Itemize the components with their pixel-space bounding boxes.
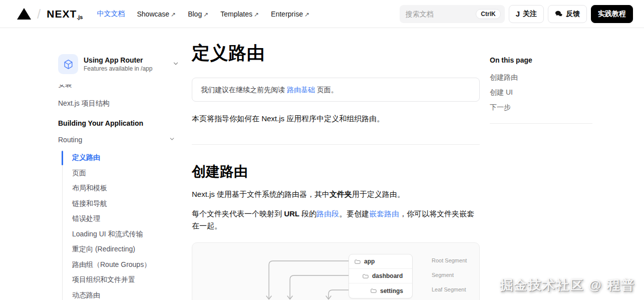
sidebar-item-loading-streaming: Loading UI 和流式传输 [72, 227, 181, 242]
sidebar-section-heading: Building Your Application [58, 119, 181, 127]
follow-button[interactable]: J 关注 [509, 5, 544, 23]
external-link-icon: ↗ [171, 11, 176, 18]
toc-list: 创建路由 创建 UI 下一步 [490, 72, 595, 112]
external-link-icon: ↗ [254, 11, 259, 18]
sidebar-group-routing[interactable]: Routing [58, 136, 181, 144]
sidebar-item-dynamic-routes: 动态路由 [72, 288, 181, 300]
intro-paragraph: 本页将指导你如何在 Next.js 应用程序中定义和组织路由。 [192, 113, 480, 125]
sidebar-item-redirecting: 重定向 (Redirecting) [72, 242, 181, 257]
sidebar-item-project-organization: 项目组织和文件并置 [72, 272, 181, 288]
nextjs-docs-page: / NEXT.js 中文文档 Showcase↗ Blog↗ Templates… [0, 0, 644, 300]
routing-fundamentals-link[interactable]: 路由基础 [287, 86, 315, 94]
routing-sub-list: 定义路由 页面 布局和模板 链接和导航 错误处理 Loading UI 和流式传… [62, 150, 181, 300]
slash-divider: / [37, 8, 41, 21]
toc-title: On this page [490, 56, 595, 64]
sidebar-item-route-groups: 路由组（Route Groups） [72, 257, 181, 273]
segment-label-root: Root Segment [432, 257, 467, 263]
folder-row-app: app [349, 254, 412, 269]
sidebar-item-project-structure[interactable]: Next.js 项目结构 [58, 99, 181, 108]
nextjs-wordmark: NEXT.js [47, 8, 83, 20]
nav-link-docs[interactable]: 中文文档 [97, 10, 125, 19]
feedback-button[interactable]: 反馈 [548, 5, 587, 23]
sidebar: Using App Router Features available in /… [58, 54, 181, 300]
folder-icon [371, 288, 377, 293]
route-segment-link[interactable]: 路由段 [316, 209, 339, 218]
nav-link-templates[interactable]: Templates↗ [220, 10, 259, 18]
paragraph-filesystem-router: Next.js 使用基于文件系统的路由器，其中文件夹用于定义路由。 [192, 188, 480, 200]
keyboard-shortcut-badge: CtrlK [476, 9, 500, 19]
sidebar-item-layouts-templates: 布局和模板 [72, 181, 181, 196]
folder-icon [355, 259, 361, 264]
nav-link-blog[interactable]: Blog↗ [188, 10, 208, 18]
sidebar-item-linking-navigating: 链接和导航 [72, 196, 181, 212]
chevron-down-icon [169, 136, 175, 144]
segment-label-leaf: Leaf Segment [432, 286, 466, 292]
route-segments-diagram: app dashboard settings Root Segment Segm… [192, 242, 480, 300]
external-link-icon: ↗ [203, 11, 208, 18]
header-nav: 中文文档 Showcase↗ Blog↗ Templates↗ Enterpri… [97, 10, 309, 19]
section-divider [192, 144, 480, 145]
toc-divider [490, 123, 592, 124]
chevron-down-icon [172, 60, 179, 69]
paragraph-route-segments: 每个文件夹代表一个映射到 URL 段的路由段。要创建嵌套路由，你可以将文件夹嵌套… [192, 208, 480, 232]
toc-item-create-ui: 创建 UI [490, 87, 595, 97]
header-actions: CtrlK J 关注 反馈 实践教程 [400, 5, 633, 23]
search-box[interactable]: CtrlK [400, 5, 505, 23]
folder-row-dashboard: dashboard [349, 269, 412, 283]
watermark: 掘金技术社区 @ 程普 [500, 276, 635, 294]
sidebar-item-error-handling: 错误处理 [72, 211, 181, 227]
folder-tree-card: app dashboard settings [349, 254, 413, 298]
section-heading-create-routes: 创建路由 [192, 163, 480, 181]
sidebar-item-pages: 页面 [72, 166, 181, 181]
page-title: 定义路由 [192, 42, 480, 64]
router-version-switcher[interactable]: Using App Router Features available in /… [58, 54, 181, 74]
folder-icon [363, 273, 369, 279]
triangle-logo-icon [17, 8, 31, 20]
tutorial-cta-button[interactable]: 实践教程 [591, 5, 633, 23]
nav-link-enterprise[interactable]: Enterprise↗ [271, 10, 309, 18]
cube-icon [58, 54, 78, 74]
sidebar-item-install-clipped[interactable]: 安装 [58, 85, 181, 91]
toc-item-next-steps: 下一步 [490, 102, 595, 112]
nav-link-showcase[interactable]: Showcase↗ [137, 10, 176, 18]
nested-routes-link[interactable]: 嵌套路由 [369, 209, 399, 218]
recommendation-callout: 我们建议在继续之前先阅读 路由基础 页面。 [192, 78, 480, 102]
folder-row-settings: settings [349, 283, 412, 298]
main-content: 定义路由 我们建议在继续之前先阅读 路由基础 页面。 本页将指导你如何在 Nex… [192, 42, 480, 300]
juejin-icon: J [516, 10, 520, 18]
switcher-title: Using App Router [84, 56, 152, 65]
header: / NEXT.js 中文文档 Showcase↗ Blog↗ Templates… [0, 0, 644, 28]
toc-item-create-routes: 创建路由 [490, 72, 595, 82]
feedback-bubbles-icon [555, 11, 563, 18]
sidebar-item-defining-routes: 定义路由 [72, 150, 181, 166]
external-link-icon: ↗ [304, 11, 309, 18]
search-input[interactable] [406, 10, 476, 18]
switcher-subtitle: Features available in /app [84, 65, 152, 73]
nextjs-logo[interactable]: / NEXT.js [17, 8, 83, 21]
on-this-page-toc: On this page 创建路由 创建 UI 下一步 [490, 56, 595, 124]
segment-label-segment: Segment [432, 272, 454, 278]
